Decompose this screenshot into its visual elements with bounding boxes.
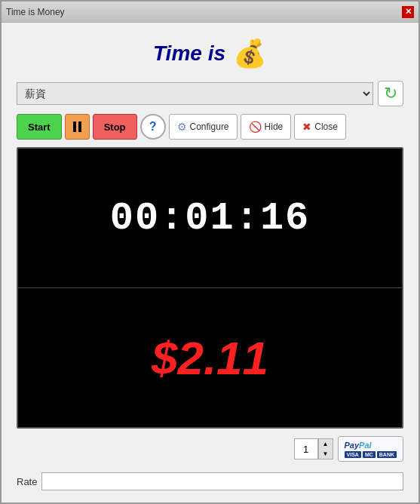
dropdown-row: 薪資 ↻: [17, 81, 403, 106]
spinner-arrows: ▲ ▼: [318, 438, 333, 459]
money-bag-icon: 💰: [233, 38, 267, 69]
paypal-logo[interactable]: PayPal VISA MC BANK: [338, 436, 403, 462]
hide-icon: 🚫: [249, 121, 262, 133]
spinner-up-button[interactable]: ▲: [319, 439, 333, 449]
paypal-text: PayPal: [345, 441, 397, 450]
hide-button[interactable]: 🚫 Hide: [241, 114, 292, 140]
card-icons: VISA MC BANK: [345, 451, 397, 458]
timer-money-section: $2.11: [18, 288, 402, 427]
refresh-icon: ↻: [384, 84, 397, 103]
configure-label: Configure: [190, 121, 229, 132]
refresh-button[interactable]: ↻: [378, 81, 403, 106]
timer-value: 00:01:16: [110, 196, 311, 241]
app-header: Time is 💰: [17, 30, 403, 73]
timer-time-section: 00:01:16: [18, 149, 402, 288]
main-content: Time is 💰 薪資 ↻ Start Stop ? ⚙ Configur: [2, 23, 418, 502]
mc-icon: MC: [363, 451, 376, 458]
help-button[interactable]: ?: [140, 114, 166, 140]
paypal-content: PayPal VISA MC BANK: [345, 441, 397, 458]
timer-display: 00:01:16 $2.11: [17, 147, 403, 429]
pause-icon: [73, 121, 81, 132]
window-close-button[interactable]: ✕: [402, 6, 414, 18]
close-button[interactable]: ✖ Close: [294, 114, 346, 140]
rate-input[interactable]: [41, 472, 403, 490]
rate-label: Rate: [17, 476, 37, 487]
window-title: Time is Money: [6, 7, 65, 17]
main-window: Time is Money ✕ Time is 💰 薪資 ↻ Start: [0, 0, 420, 504]
spinner-control: ▲ ▼: [294, 438, 333, 459]
start-button[interactable]: Start: [17, 114, 62, 140]
title-bar: Time is Money ✕: [2, 2, 418, 23]
hide-label: Hide: [265, 121, 284, 132]
configure-icon: ⚙: [177, 121, 187, 133]
spinner-down-button[interactable]: ▼: [319, 449, 333, 459]
pause-button[interactable]: [65, 114, 90, 140]
configure-button[interactable]: ⚙ Configure: [169, 114, 238, 140]
salary-dropdown[interactable]: 薪資: [17, 82, 373, 105]
close-label: Close: [314, 121, 338, 132]
toolbar: Start Stop ? ⚙ Configure 🚫 Hide ✖ Close: [17, 114, 403, 140]
close-icon: ✖: [302, 121, 311, 133]
footer-row: Rate: [17, 472, 403, 495]
money-value: $2.11: [152, 331, 268, 385]
bottom-row: ▲ ▼ PayPal VISA MC BANK: [17, 436, 403, 465]
visa-icon: VISA: [345, 451, 361, 458]
app-title: Time is: [153, 41, 225, 66]
spinner-input[interactable]: [294, 438, 318, 459]
stop-button[interactable]: Stop: [93, 114, 137, 140]
bank-icon: BANK: [377, 451, 397, 458]
